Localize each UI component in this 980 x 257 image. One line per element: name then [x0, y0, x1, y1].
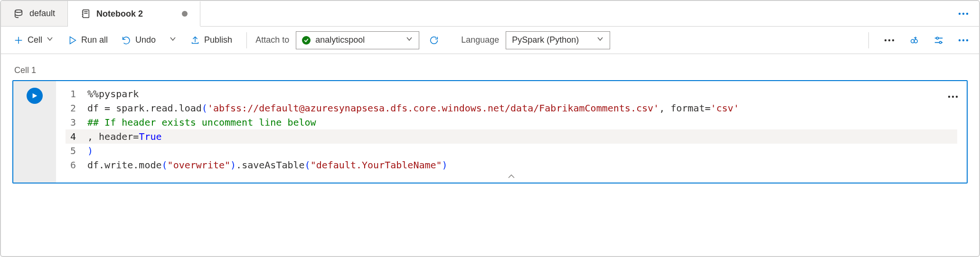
language-label: Language	[461, 35, 499, 45]
attach-to-label: Attach to	[255, 35, 289, 45]
run-all-label: Run all	[81, 35, 108, 45]
more-button[interactable]	[878, 36, 900, 45]
play-icon	[67, 35, 77, 46]
svg-point-28	[948, 96, 950, 98]
tab-label: Notebook 2	[96, 9, 143, 19]
line-number: 1	[66, 87, 87, 101]
line-number: 5	[66, 144, 87, 158]
svg-point-17	[892, 39, 894, 41]
tab-strip: default Notebook 2	[1, 1, 979, 27]
run-cell-button[interactable]	[27, 88, 43, 104]
code-line[interactable]: 3## If header exists uncomment line belo…	[66, 115, 957, 129]
cell-label: Cell 1	[14, 65, 966, 75]
code-line[interactable]: 6df.write.mode("overwrite").saveAsTable(…	[66, 158, 957, 172]
code-line[interactable]: 5)	[66, 144, 957, 158]
language-dropdown[interactable]: PySpark (Python)	[506, 31, 610, 49]
cell-gutter	[13, 81, 56, 183]
tab-default[interactable]: default	[1, 1, 68, 26]
undo-dropdown-button[interactable]	[163, 32, 182, 48]
refresh-icon	[429, 35, 439, 46]
undo-button[interactable]: Undo	[115, 32, 161, 48]
svg-point-9	[962, 12, 964, 14]
svg-point-10	[966, 12, 968, 14]
tab-overflow-button[interactable]	[948, 1, 979, 26]
tab-label: default	[29, 9, 55, 18]
attach-to-value: analyticspool	[315, 35, 365, 45]
code-editor[interactable]: 1%%pyspark2df = spark.read.load('abfss:/…	[56, 81, 967, 183]
code-content[interactable]: %%pyspark	[87, 87, 139, 101]
add-cell-button[interactable]: Cell	[8, 32, 59, 48]
publish-icon	[190, 35, 200, 46]
chevron-down-icon	[596, 35, 604, 45]
svg-point-0	[15, 9, 22, 12]
overflow-button[interactable]	[952, 36, 974, 45]
variables-button[interactable]	[903, 32, 925, 48]
line-number: 4	[66, 129, 87, 144]
publish-button[interactable]: Publish	[184, 32, 238, 48]
code-cell[interactable]: 1%%pyspark2df = spark.read.load('abfss:/…	[12, 80, 968, 184]
line-number: 2	[66, 101, 87, 115]
toolbar: Cell Run all Undo Publish Attach to	[1, 27, 979, 54]
svg-point-23	[939, 41, 941, 43]
svg-point-25	[962, 39, 964, 41]
chevron-down-icon	[46, 35, 54, 45]
svg-rect-1	[83, 10, 89, 18]
language-value: PySpark (Python)	[512, 35, 579, 45]
database-icon	[13, 9, 24, 19]
code-content[interactable]: df.write.mode("overwrite").saveAsTable("…	[87, 158, 448, 172]
plus-icon	[13, 35, 24, 46]
svg-point-26	[966, 39, 968, 41]
code-content[interactable]: , header=True	[87, 129, 162, 144]
separator	[868, 32, 869, 48]
svg-point-21	[936, 37, 938, 39]
code-content[interactable]: df = spark.read.load('abfss://default@az…	[87, 101, 739, 115]
attach-to-dropdown[interactable]: analyticspool	[296, 31, 419, 49]
undo-icon	[121, 35, 132, 46]
line-number: 3	[66, 115, 87, 129]
code-content[interactable]: ## If header exists uncomment line below	[87, 115, 316, 129]
tab-notebook[interactable]: Notebook 2	[68, 1, 200, 27]
svg-point-24	[959, 39, 961, 41]
chevron-down-icon	[169, 35, 177, 45]
settings-button[interactable]	[928, 32, 950, 48]
chevron-down-icon	[405, 35, 413, 45]
unsaved-changes-icon	[182, 11, 188, 17]
notebook-icon	[80, 9, 91, 19]
svg-marker-13	[70, 37, 75, 44]
line-number: 6	[66, 158, 87, 172]
svg-point-16	[888, 39, 890, 41]
run-all-button[interactable]: Run all	[61, 32, 113, 48]
code-content[interactable]: )	[87, 144, 93, 158]
publish-label: Publish	[204, 35, 232, 45]
svg-point-15	[885, 39, 886, 41]
bug-icon	[909, 35, 919, 46]
status-ok-icon	[302, 36, 311, 45]
code-line[interactable]: 2df = spark.read.load('abfss://default@a…	[66, 101, 957, 115]
notebook-body: Cell 1 1%%pyspark2df = spark.read.load('…	[1, 54, 979, 186]
cell-collapse-handle[interactable]	[66, 172, 957, 181]
svg-point-30	[956, 96, 958, 98]
undo-label: Undo	[135, 35, 156, 45]
svg-marker-27	[33, 93, 38, 99]
svg-point-29	[952, 96, 954, 98]
code-line[interactable]: 4, header=True	[66, 129, 957, 144]
separator	[246, 32, 247, 48]
cell-more-button[interactable]	[948, 88, 958, 102]
add-cell-label: Cell	[28, 35, 42, 45]
refresh-button[interactable]	[425, 32, 443, 48]
svg-point-8	[959, 12, 961, 14]
code-line[interactable]: 1%%pyspark	[66, 87, 957, 101]
sliders-icon	[933, 35, 944, 46]
